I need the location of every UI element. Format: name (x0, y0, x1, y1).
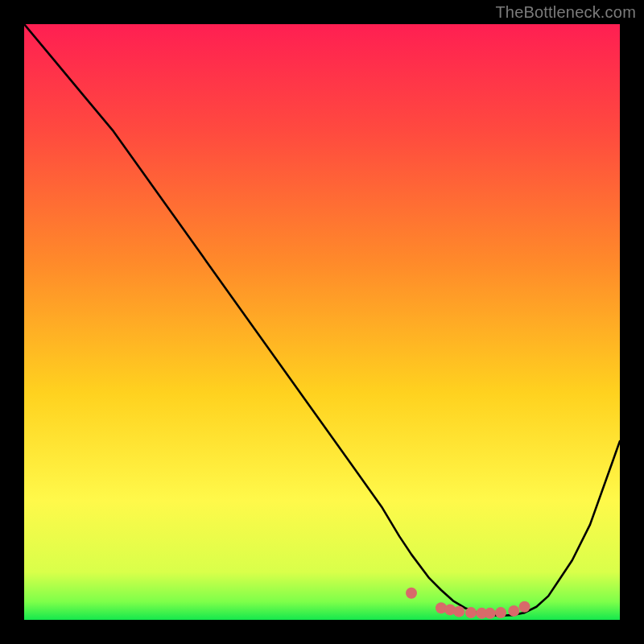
chart-svg (24, 24, 620, 620)
attribution-text: TheBottleneck.com (495, 3, 636, 22)
highlight-dot (495, 607, 506, 618)
highlight-dot (519, 601, 530, 613)
highlight-dot (453, 606, 464, 617)
highlight-dot (465, 607, 477, 618)
highlight-dot (485, 608, 496, 619)
chart-canvas: TheBottleneck.com (0, 0, 644, 644)
chart-background (24, 24, 620, 620)
highlight-dot (406, 588, 417, 599)
highlight-dot (508, 605, 519, 617)
plot-area (24, 24, 620, 620)
